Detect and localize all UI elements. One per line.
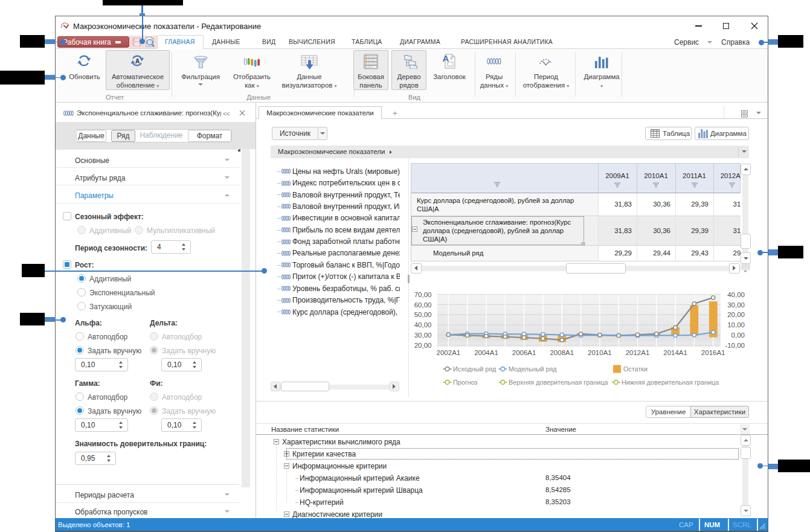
- svg-text:20,00: 20,00: [727, 311, 745, 318]
- svg-text:Модельный ряд: Модельный ряд: [509, 365, 557, 373]
- svg-text:10,00: 10,00: [727, 321, 745, 328]
- svg-text:20,00: 20,00: [414, 342, 432, 349]
- svg-text:Прогноз: Прогноз: [453, 379, 478, 386]
- svg-text:2006A1: 2006A1: [512, 349, 536, 356]
- svg-text:2008A1: 2008A1: [550, 349, 574, 356]
- svg-text:0,00: 0,00: [731, 332, 745, 339]
- svg-text:-10,00: -10,00: [725, 342, 745, 349]
- svg-text:70,00: 70,00: [414, 291, 432, 298]
- svg-text:Верхняя доверительная граница: Верхняя доверительная граница: [509, 379, 608, 386]
- svg-text:40,00: 40,00: [727, 291, 745, 298]
- svg-text:Исходный ряд: Исходный ряд: [453, 365, 497, 373]
- svg-text:2010A1: 2010A1: [588, 349, 612, 356]
- svg-text:A: A: [443, 53, 449, 63]
- svg-text:Остатки: Остатки: [623, 365, 648, 373]
- svg-text:2002A1: 2002A1: [437, 349, 461, 356]
- svg-text:2012A1: 2012A1: [626, 349, 650, 356]
- svg-text:A: A: [135, 57, 140, 65]
- svg-text:Нижняя доверительная граница: Нижняя доверительная граница: [622, 379, 719, 386]
- svg-text:2016A1: 2016A1: [701, 349, 725, 356]
- svg-text:2014A1: 2014A1: [663, 349, 687, 356]
- svg-text:40,00: 40,00: [414, 321, 432, 328]
- svg-text:30,00: 30,00: [727, 301, 745, 309]
- svg-text:60,00: 60,00: [414, 301, 432, 309]
- svg-text:2004A1: 2004A1: [474, 349, 498, 356]
- svg-text:50,00: 50,00: [414, 311, 432, 318]
- svg-text:30,00: 30,00: [414, 332, 432, 339]
